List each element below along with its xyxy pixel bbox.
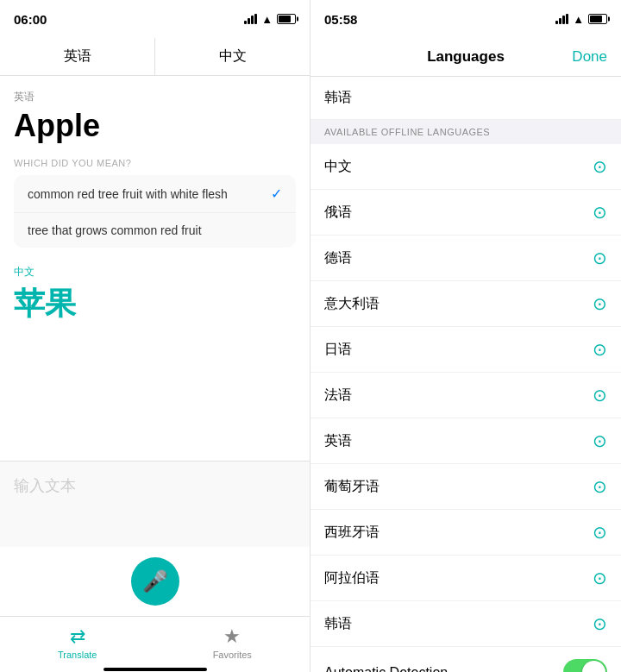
lang-item-5[interactable]: 法语 ⊙ bbox=[310, 373, 621, 418]
download-icon-2[interactable]: ⊙ bbox=[593, 248, 607, 268]
auto-detect-label: Automatic Detection bbox=[324, 665, 448, 673]
lang-item-4[interactable]: 日语 ⊙ bbox=[310, 327, 621, 373]
right-header: Languages Done bbox=[310, 38, 621, 77]
lang-item-7[interactable]: 葡萄牙语 ⊙ bbox=[310, 464, 621, 510]
done-button[interactable]: Done bbox=[572, 48, 607, 66]
home-bar bbox=[104, 668, 207, 671]
language-tabs: 英语 中文 bbox=[0, 38, 310, 76]
mic-button[interactable]: 🎤 bbox=[131, 557, 179, 606]
top-language-item[interactable]: 韩语 bbox=[310, 77, 621, 120]
right-status-icons: ▲ bbox=[555, 13, 607, 26]
right-status-bar: 05:58 ▲ bbox=[310, 0, 621, 38]
left-time: 06:00 bbox=[14, 12, 47, 27]
wifi-icon: ▲ bbox=[261, 13, 273, 26]
nav-favorites-label: Favorites bbox=[213, 650, 252, 660]
input-area[interactable]: 输入文本 bbox=[0, 461, 310, 547]
lang-item-1[interactable]: 俄语 ⊙ bbox=[310, 190, 621, 236]
tab-chinese[interactable]: 中文 bbox=[155, 38, 310, 75]
mic-icon: 🎤 bbox=[142, 569, 168, 593]
lang-name-7: 葡萄牙语 bbox=[324, 478, 380, 496]
lang-name-4: 日语 bbox=[324, 341, 352, 359]
right-title: Languages bbox=[427, 48, 505, 66]
target-word: 苹果 bbox=[14, 283, 296, 325]
lang-item-9[interactable]: 阿拉伯语 ⊙ bbox=[310, 556, 621, 601]
suggestions-list: common red tree fruit with white flesh ✓… bbox=[14, 175, 296, 248]
star-icon: ★ bbox=[223, 625, 241, 648]
left-panel: 06:00 ▲ 英语 中文 英语 Apple WHICH DID YOU M bbox=[0, 0, 310, 672]
tab-english[interactable]: 英语 bbox=[0, 38, 155, 75]
lang-name-1: 俄语 bbox=[324, 204, 352, 222]
download-icon-8[interactable]: ⊙ bbox=[593, 522, 607, 543]
lang-name-9: 阿拉伯语 bbox=[324, 569, 380, 587]
download-icon-10[interactable]: ⊙ bbox=[593, 613, 607, 634]
signal-icon bbox=[244, 14, 257, 24]
nav-translate[interactable]: ⇄ Translate bbox=[0, 617, 155, 668]
download-icon-9[interactable]: ⊙ bbox=[593, 568, 607, 588]
bottom-nav: ⇄ Translate ★ Favorites bbox=[0, 616, 310, 668]
right-panel: 05:58 ▲ Languages Done 韩语 AVAILABLE OFFL… bbox=[310, 0, 621, 672]
language-list: 韩语 AVAILABLE OFFLINE LANGUAGES 中文 ⊙ 俄语 ⊙… bbox=[310, 77, 621, 672]
offline-section-header: AVAILABLE OFFLINE LANGUAGES bbox=[310, 120, 621, 144]
suggestion-text-1: tree that grows common red fruit bbox=[28, 223, 202, 237]
input-placeholder: 输入文本 bbox=[14, 475, 76, 496]
left-status-bar: 06:00 ▲ bbox=[0, 0, 310, 38]
auto-detect-row: Automatic Detection bbox=[310, 647, 621, 672]
home-indicator bbox=[0, 668, 310, 672]
download-icon-0[interactable]: ⊙ bbox=[593, 156, 607, 177]
download-icon-4[interactable]: ⊙ bbox=[593, 339, 607, 360]
which-did-you-mean-label: WHICH DID YOU MEAN? bbox=[14, 158, 296, 168]
lang-item-3[interactable]: 意大利语 ⊙ bbox=[310, 281, 621, 327]
download-icon-6[interactable]: ⊙ bbox=[593, 430, 607, 451]
translate-icon: ⇄ bbox=[70, 625, 85, 648]
right-wifi-icon: ▲ bbox=[573, 13, 584, 26]
lang-name-10: 韩语 bbox=[324, 615, 352, 633]
suggestion-item-0[interactable]: common red tree fruit with white flesh ✓ bbox=[14, 175, 296, 213]
lang-item-2[interactable]: 德语 ⊙ bbox=[310, 236, 621, 281]
download-icon-1[interactable]: ⊙ bbox=[593, 202, 607, 223]
right-time: 05:58 bbox=[324, 12, 357, 27]
source-word: Apple bbox=[14, 108, 296, 144]
download-icon-3[interactable]: ⊙ bbox=[593, 293, 607, 314]
suggestion-check-0: ✓ bbox=[271, 185, 282, 202]
right-signal-icon bbox=[555, 14, 568, 24]
download-icon-5[interactable]: ⊙ bbox=[593, 385, 607, 405]
target-lang-label: 中文 bbox=[14, 265, 296, 279]
download-icon-7[interactable]: ⊙ bbox=[593, 476, 607, 497]
top-language-text: 韩语 bbox=[324, 89, 352, 107]
nav-favorites[interactable]: ★ Favorites bbox=[155, 617, 310, 668]
lang-item-6[interactable]: 英语 ⊙ bbox=[310, 418, 621, 464]
translate-content: 英语 Apple WHICH DID YOU MEAN? common red … bbox=[0, 76, 310, 461]
lang-item-10[interactable]: 韩语 ⊙ bbox=[310, 601, 621, 647]
lang-item-0[interactable]: 中文 ⊙ bbox=[310, 144, 621, 190]
left-status-icons: ▲ bbox=[244, 13, 296, 26]
source-lang-label: 英语 bbox=[14, 90, 296, 104]
right-battery-icon bbox=[588, 14, 607, 24]
lang-name-2: 德语 bbox=[324, 249, 352, 267]
lang-name-0: 中文 bbox=[324, 158, 352, 176]
suggestion-text-0: common red tree fruit with white flesh bbox=[28, 187, 228, 201]
lang-name-6: 英语 bbox=[324, 432, 352, 450]
mic-area: 🎤 bbox=[0, 547, 310, 616]
suggestion-item-1[interactable]: tree that grows common red fruit bbox=[14, 213, 296, 248]
lang-name-3: 意大利语 bbox=[324, 295, 380, 313]
toggle-knob bbox=[582, 661, 605, 672]
battery-icon bbox=[277, 14, 296, 24]
lang-name-8: 西班牙语 bbox=[324, 524, 380, 542]
auto-detect-toggle[interactable] bbox=[563, 659, 607, 672]
lang-item-8[interactable]: 西班牙语 ⊙ bbox=[310, 510, 621, 556]
lang-name-5: 法语 bbox=[324, 386, 352, 405]
nav-translate-label: Translate bbox=[58, 650, 97, 660]
